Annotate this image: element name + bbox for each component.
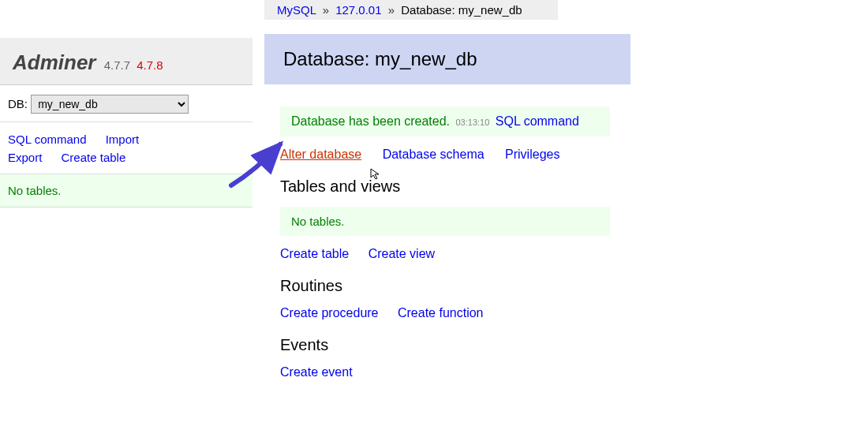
brand-name: Adminer [13, 50, 95, 74]
link-create-table-main[interactable]: Create table [280, 247, 349, 260]
brand-version: 4.7.7 [104, 58, 130, 72]
link-database-schema[interactable]: Database schema [383, 148, 485, 161]
breadcrumb: MySQL » 127.0.01 » Database: my_new_db [264, 0, 558, 20]
db-actions: Alter database Database schema Privilege… [280, 148, 848, 162]
message-sql-link[interactable]: SQL command [496, 114, 579, 128]
main-content: MySQL » 127.0.01 » Database: my_new_db D… [264, 0, 848, 379]
db-select[interactable]: my_new_db [31, 95, 189, 114]
sidebar-no-tables: No tables. [0, 174, 253, 207]
breadcrumb-sep: » [323, 3, 329, 17]
sidebar-links: SQL command Import Export Create table [0, 122, 253, 174]
link-privileges[interactable]: Privileges [505, 148, 559, 161]
link-create-table[interactable]: Create table [62, 148, 126, 166]
tables-heading: Tables and views [280, 178, 848, 196]
db-selector-row: DB: my_new_db [0, 85, 253, 122]
events-links: Create event [280, 365, 848, 379]
link-create-event[interactable]: Create event [280, 365, 353, 379]
link-create-procedure[interactable]: Create procedure [280, 306, 379, 320]
breadcrumb-host[interactable]: 127.0.01 [335, 3, 381, 17]
success-message: Database has been created. 03:13:10 SQL … [280, 106, 610, 136]
link-import[interactable]: Import [106, 130, 140, 148]
tables-links: Create table Create view [280, 247, 848, 261]
message-text: Database has been created. [291, 114, 450, 128]
link-create-view[interactable]: Create view [369, 247, 435, 260]
events-heading: Events [280, 336, 848, 354]
routines-links: Create procedure Create function [280, 306, 848, 320]
link-export[interactable]: Export [8, 148, 42, 166]
db-label: DB: [8, 97, 28, 110]
brand-new-version[interactable]: 4.7.8 [137, 58, 163, 72]
brand-header: Adminer 4.7.7 4.7.8 [0, 38, 253, 85]
link-sql-command[interactable]: SQL command [8, 130, 87, 148]
sidebar: Adminer 4.7.7 4.7.8 DB: my_new_db SQL co… [0, 0, 253, 207]
tables-empty: No tables. [280, 207, 610, 236]
page-title: Database: my_new_db [264, 34, 630, 84]
breadcrumb-sep: » [388, 3, 395, 17]
breadcrumb-db: Database: my_new_db [401, 3, 522, 17]
breadcrumb-engine[interactable]: MySQL [277, 3, 316, 17]
message-time: 03:13:10 [455, 118, 489, 127]
link-create-function[interactable]: Create function [398, 306, 484, 320]
routines-heading: Routines [280, 277, 848, 295]
link-alter-database[interactable]: Alter database [280, 148, 361, 161]
